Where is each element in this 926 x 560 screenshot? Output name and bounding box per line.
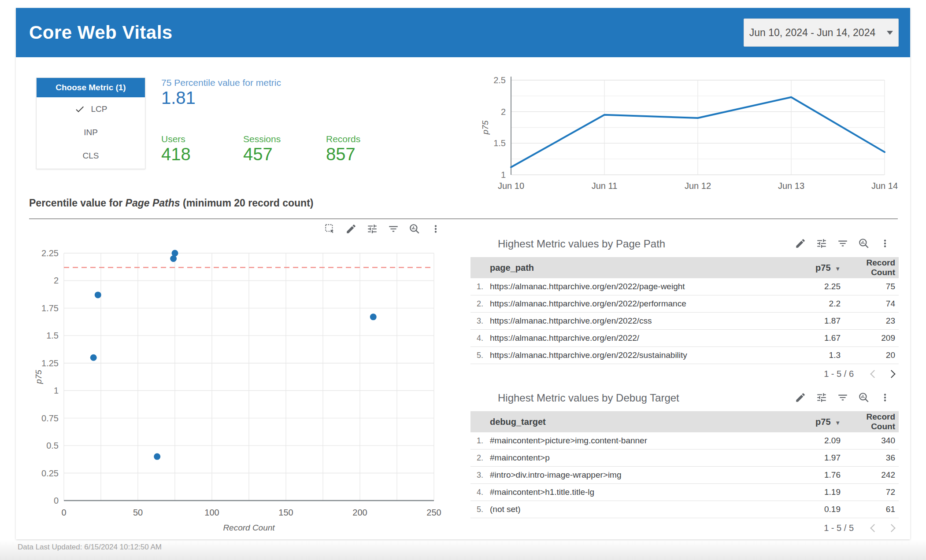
- edit-icon[interactable]: [795, 238, 806, 249]
- scatter-chart[interactable]: 05010015020025000.250.50.7511.251.51.752…: [33, 237, 470, 536]
- selection-icon[interactable]: [324, 223, 336, 235]
- column-header-record-count[interactable]: RecordCount: [841, 258, 895, 277]
- tune-icon[interactable]: [816, 392, 827, 403]
- row-dimension: https://almanac.httparchive.org/en/2022/…: [490, 299, 792, 309]
- row-dimension: https://almanac.httparchive.org/en/2022/…: [490, 282, 792, 291]
- filter-icon[interactable]: [388, 223, 399, 235]
- svg-text:200: 200: [352, 508, 367, 517]
- chevron-down-icon: [887, 31, 893, 35]
- more-icon[interactable]: [879, 392, 891, 403]
- row-number: 3.: [470, 317, 490, 326]
- date-range-picker[interactable]: Jun 10, 2024 - Jun 14, 2024: [744, 18, 899, 47]
- filter-icon[interactable]: [837, 238, 848, 249]
- metric-selector-title: Choose Metric (1): [37, 78, 145, 97]
- svg-text:0.75: 0.75: [41, 413, 59, 423]
- svg-text:1.75: 1.75: [41, 303, 59, 313]
- svg-text:1.5: 1.5: [46, 331, 59, 340]
- table-pagination: 1 - 5 / 5: [470, 518, 899, 538]
- chevron-left-icon[interactable]: [870, 370, 878, 378]
- more-icon[interactable]: [879, 238, 891, 249]
- table-row[interactable]: 2.https://almanac.httparchive.org/en/202…: [470, 295, 899, 313]
- filter-icon[interactable]: [837, 392, 848, 403]
- row-p75-value: 1.19: [792, 487, 841, 497]
- svg-text:100: 100: [204, 508, 219, 517]
- svg-text:250: 250: [426, 508, 441, 517]
- row-record-count: 61: [841, 505, 895, 514]
- svg-text:0.5: 0.5: [46, 441, 59, 450]
- scatter-toolbar: [324, 223, 441, 235]
- row-record-count: 75: [841, 282, 895, 291]
- svg-text:0.25: 0.25: [41, 468, 59, 478]
- scatter-point[interactable]: [370, 313, 377, 320]
- scatter-point[interactable]: [90, 354, 97, 361]
- row-number: 3.: [470, 471, 490, 480]
- timeseries-chart[interactable]: 11.522.5Jun 10Jun 11Jun 12Jun 13Jun 14p7…: [481, 64, 913, 202]
- x-axis-label: Record Count: [223, 523, 275, 532]
- metric-option-inp[interactable]: INP: [37, 121, 145, 144]
- scatter-point[interactable]: [154, 453, 160, 460]
- report-card: Core Web Vitals Jun 10, 2024 - Jun 14, 2…: [16, 8, 910, 539]
- svg-text:2.25: 2.25: [41, 248, 59, 258]
- records-scorecard-label: Records: [326, 134, 360, 144]
- table-header-row: page_pathp75 ▼RecordCount: [470, 257, 899, 278]
- report-page: Core Web Vitals Jun 10, 2024 - Jun 14, 2…: [0, 0, 926, 560]
- edit-icon[interactable]: [795, 392, 806, 403]
- row-p75-value: 1.76: [792, 470, 841, 480]
- svg-text:1: 1: [501, 170, 506, 180]
- table-row[interactable]: 4.https://almanac.httparchive.org/en/202…: [470, 330, 899, 347]
- row-p75-value: 2.2: [792, 299, 841, 309]
- percentile-scorecard-value: 1.81: [161, 88, 196, 108]
- users-scorecard-label: Users: [161, 134, 185, 144]
- scatter-point[interactable]: [170, 255, 177, 262]
- section-title: Percentile value for Page Paths (minimum…: [29, 197, 313, 209]
- users-scorecard-value: 418: [161, 144, 191, 164]
- row-dimension: #maincontent>h1.title.title-lg: [490, 487, 792, 497]
- table-row[interactable]: 5.https://almanac.httparchive.org/en/202…: [470, 347, 899, 364]
- tune-icon[interactable]: [816, 238, 827, 249]
- pagination-range: 1 - 5 / 5: [824, 523, 854, 533]
- page-path-table: Highest Metric values by Page Pathpage_p…: [470, 236, 899, 383]
- more-icon[interactable]: [430, 223, 441, 235]
- column-header-p75[interactable]: p75 ▼: [792, 417, 841, 427]
- metric-option-cls[interactable]: CLS: [37, 144, 145, 167]
- check-icon: [74, 104, 85, 114]
- svg-text:Jun 13: Jun 13: [778, 181, 804, 191]
- page-title: Core Web Vitals: [29, 8, 173, 57]
- table-row[interactable]: 2.#maincontent>p1.9736: [470, 449, 899, 467]
- table-row[interactable]: 3.https://almanac.httparchive.org/en/202…: [470, 313, 899, 330]
- records-scorecard-value: 857: [326, 144, 356, 164]
- table-toolbar: [795, 238, 891, 249]
- edit-icon[interactable]: [345, 223, 357, 235]
- chevron-left-icon[interactable]: [870, 524, 878, 532]
- column-header-dimension[interactable]: debug_target: [490, 417, 792, 427]
- metric-option-label: LCP: [91, 104, 107, 114]
- explore-icon[interactable]: [858, 392, 870, 403]
- metric-option-label: CLS: [83, 151, 99, 161]
- svg-text:Jun 11: Jun 11: [592, 181, 618, 191]
- row-record-count: 340: [841, 436, 895, 446]
- table-row[interactable]: 3.#intro>div.intro-image-wrapper>img1.76…: [470, 467, 899, 484]
- metric-option-lcp[interactable]: LCP: [37, 97, 145, 121]
- table-row[interactable]: 1.https://almanac.httparchive.org/en/202…: [470, 278, 899, 295]
- explore-icon[interactable]: [409, 223, 420, 235]
- column-header-record-count[interactable]: RecordCount: [841, 412, 895, 431]
- column-header-dimension[interactable]: page_path: [490, 263, 792, 273]
- svg-text:2: 2: [501, 107, 506, 117]
- row-p75-value: 1.87: [792, 316, 841, 326]
- debug-target-table: Highest Metric values by Debug Targetdeb…: [470, 390, 899, 538]
- table-row[interactable]: 1.#maincontent>picture>img.content-banne…: [470, 432, 899, 449]
- scatter-point[interactable]: [95, 291, 101, 298]
- chevron-right-icon[interactable]: [887, 370, 895, 378]
- table-row[interactable]: 4.#maincontent>h1.title.title-lg1.1972: [470, 484, 899, 501]
- row-record-count: 23: [841, 316, 895, 326]
- chevron-right-icon[interactable]: [887, 524, 895, 532]
- sort-desc-icon: ▼: [835, 265, 841, 272]
- tune-icon[interactable]: [367, 223, 378, 235]
- row-p75-value: 0.19: [792, 505, 841, 514]
- explore-icon[interactable]: [858, 238, 870, 249]
- svg-text:Jun 14: Jun 14: [871, 181, 898, 191]
- y-axis-label: p75: [481, 120, 490, 135]
- row-dimension: https://almanac.httparchive.org/en/2022/…: [490, 316, 792, 326]
- column-header-p75[interactable]: p75 ▼: [792, 263, 841, 273]
- table-row[interactable]: 5.(not set)0.1961: [470, 501, 899, 518]
